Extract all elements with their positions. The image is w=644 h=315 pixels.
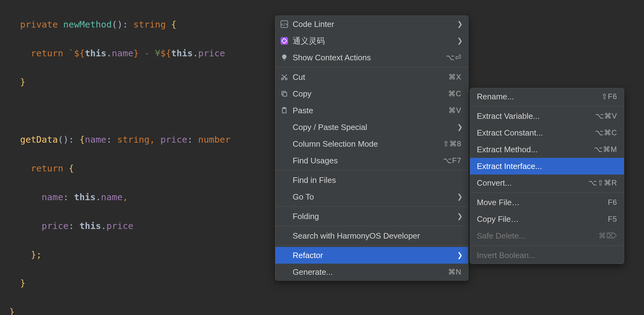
field-name: name bbox=[112, 48, 133, 58]
menu-item-safe-delete: Safe Delete... ⌘⌦ bbox=[470, 227, 624, 244]
menu-shortcut: ⌘X bbox=[448, 73, 461, 81]
brace: { bbox=[69, 163, 74, 174]
menu-label: Show Context Actions bbox=[293, 53, 446, 63]
menu-item-find-in-files[interactable]: Find in Files bbox=[275, 172, 468, 188]
menu-label: Rename... bbox=[477, 92, 601, 101]
menu-item-find-usages[interactable]: Find Usages ⌥F7 bbox=[275, 152, 468, 169]
menu-shortcut: F6 bbox=[608, 198, 617, 207]
menu-item-folding[interactable]: Folding ❯ bbox=[275, 208, 468, 225]
menu-label: Cut bbox=[293, 72, 448, 82]
menu-item-move-file[interactable]: Move File… F6 bbox=[470, 194, 624, 211]
menu-label: Move File… bbox=[477, 198, 608, 207]
brace: } bbox=[20, 77, 25, 87]
colon: : bbox=[63, 192, 69, 202]
menu-item-context-actions[interactable]: Show Context Actions ⌥⏎ bbox=[275, 49, 468, 66]
menu-shortcut: ⇧F6 bbox=[601, 92, 617, 101]
svg-rect-4 bbox=[283, 107, 285, 109]
type-string: string bbox=[133, 19, 166, 30]
menu-item-extract-constant[interactable]: Extract Constant... ⌥⌘C bbox=[470, 124, 624, 141]
menu-separator bbox=[275, 226, 468, 226]
menu-label: Find in Files bbox=[293, 175, 461, 185]
menu-item-convert[interactable]: Convert... ⌥⇧⌘R bbox=[470, 175, 624, 191]
brace: } bbox=[20, 278, 25, 288]
menu-label: Extract Interface... bbox=[477, 162, 617, 171]
template-open: ${ bbox=[74, 48, 85, 58]
type-string: string bbox=[117, 134, 150, 145]
menu-item-tongyi[interactable]: 通义灵码 ❯ bbox=[275, 32, 468, 49]
menu-shortcut: ⌘V bbox=[448, 106, 461, 115]
refactor-submenu: Rename... ⇧F6 Extract Variable... ⌥⌘V Ex… bbox=[470, 88, 624, 264]
menu-shortcut: ⌥⏎ bbox=[446, 53, 461, 62]
code-linter-icon: </> bbox=[280, 20, 288, 28]
field-price: price bbox=[106, 221, 133, 231]
menu-item-extract-method[interactable]: Extract Method... ⌥⌘M bbox=[470, 141, 624, 158]
menu-item-invert-boolean: Invert Boolean... bbox=[470, 247, 624, 264]
menu-label: Convert... bbox=[477, 178, 588, 188]
menu-separator bbox=[470, 192, 624, 193]
svg-rect-2 bbox=[283, 93, 287, 96]
menu-item-column-selection[interactable]: Column Selection Mode ⇧⌘8 bbox=[275, 136, 468, 152]
brace: { bbox=[171, 19, 176, 30]
backtick: ` bbox=[69, 48, 74, 58]
menu-item-code-linter[interactable]: </> Code Linter ❯ bbox=[275, 16, 468, 32]
menu-shortcut: ⌘C bbox=[448, 89, 461, 98]
context-menu: </> Code Linter ❯ 通义灵码 ❯ Show Context Ac… bbox=[275, 15, 468, 281]
template-close: } bbox=[133, 48, 139, 58]
menu-separator bbox=[275, 245, 468, 246]
key-price: price bbox=[42, 221, 69, 231]
keyword-return: return bbox=[31, 48, 63, 58]
method-name: newMethod bbox=[63, 19, 112, 30]
menu-item-search-harmony[interactable]: Search with HarmonyOS Developer bbox=[275, 227, 468, 244]
key-name: name bbox=[85, 134, 106, 145]
menu-item-refactor[interactable]: Refactor ❯ bbox=[275, 247, 468, 264]
code-line: } bbox=[0, 305, 644, 315]
brace-close: }; bbox=[31, 249, 42, 260]
submenu-arrow-icon: ❯ bbox=[457, 20, 461, 28]
menu-label: Copy File… bbox=[477, 214, 608, 224]
menu-item-rename[interactable]: Rename... ⇧F6 bbox=[470, 88, 624, 105]
svg-point-0 bbox=[282, 78, 283, 80]
menu-item-copy[interactable]: Copy ⌘C bbox=[275, 85, 468, 102]
menu-label: Copy bbox=[293, 89, 448, 99]
menu-item-generate[interactable]: Generate... ⌘N bbox=[275, 264, 468, 280]
menu-label: Refactor bbox=[293, 251, 457, 260]
method-getdata: getData bbox=[20, 134, 58, 145]
submenu-arrow-icon: ❯ bbox=[457, 37, 461, 45]
menu-shortcut: ⌘⌦ bbox=[599, 231, 617, 240]
this: this bbox=[74, 192, 96, 202]
paren: (): bbox=[112, 19, 128, 30]
submenu-arrow-icon: ❯ bbox=[457, 193, 461, 201]
menu-item-paste[interactable]: Paste ⌘V bbox=[275, 102, 468, 119]
paren: (): bbox=[58, 134, 74, 145]
comma: , bbox=[150, 134, 155, 145]
menu-item-cut[interactable]: Cut ⌘X bbox=[275, 69, 468, 85]
menu-separator bbox=[470, 245, 624, 246]
cut-icon bbox=[280, 73, 288, 81]
menu-label: Folding bbox=[293, 212, 457, 221]
menu-label: Paste bbox=[293, 106, 448, 115]
menu-label: Extract Method... bbox=[477, 145, 594, 154]
dot: . bbox=[101, 221, 106, 231]
menu-item-extract-interface[interactable]: Extract Interface... bbox=[470, 158, 624, 175]
keyword-return: return bbox=[31, 163, 63, 174]
key-price: price bbox=[160, 134, 187, 145]
dot: . bbox=[95, 192, 101, 202]
menu-label: 通义灵码 bbox=[293, 36, 457, 46]
this: this bbox=[85, 48, 106, 58]
paste-icon bbox=[280, 106, 288, 114]
submenu-arrow-icon: ❯ bbox=[457, 123, 461, 131]
menu-item-copy-paste-special[interactable]: Copy / Paste Special ❯ bbox=[275, 119, 468, 136]
menu-separator bbox=[275, 206, 468, 207]
menu-item-copy-file[interactable]: Copy File… F5 bbox=[470, 211, 624, 227]
keyword-private: private bbox=[20, 19, 58, 30]
menu-item-extract-variable[interactable]: Extract Variable... ⌥⌘V bbox=[470, 108, 624, 124]
menu-label: Extract Variable... bbox=[477, 111, 595, 121]
submenu-arrow-icon: ❯ bbox=[457, 212, 461, 220]
type-number: number bbox=[198, 134, 231, 145]
submenu-arrow-icon: ❯ bbox=[457, 251, 461, 259]
this: this bbox=[171, 48, 193, 58]
menu-label: Column Selection Mode bbox=[293, 139, 443, 149]
menu-shortcut: ⌥⌘M bbox=[594, 145, 617, 154]
menu-item-goto[interactable]: Go To ❯ bbox=[275, 188, 468, 205]
menu-label: Extract Constant... bbox=[477, 128, 595, 138]
